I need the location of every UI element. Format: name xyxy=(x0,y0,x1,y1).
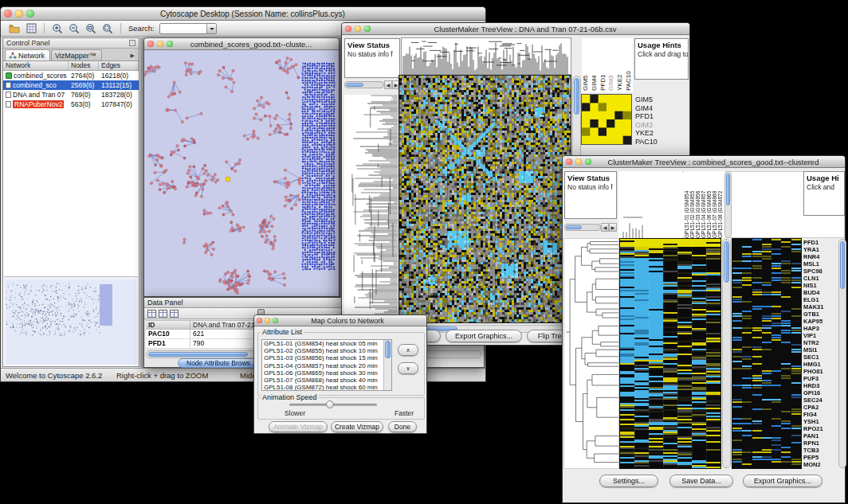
column-label-gpl51-08[interactable]: GPL51-08 (GSM872 xyxy=(717,171,723,238)
attribute-item-gpl51-04[interactable]: GPL51-04 (GSM857) heat shock 20 min xyxy=(262,362,391,369)
gene-label-yke2[interactable]: YKE2 xyxy=(635,129,671,138)
heatmap-vscrollbar[interactable] xyxy=(722,239,731,468)
gene-label-vip1[interactable]: VIP1 xyxy=(803,332,837,339)
gene-label-cpa2[interactable]: CPA2 xyxy=(803,404,837,411)
attribute-item-gpl51-03[interactable]: GPL51-03 (GSM856) heat shock 15 min xyxy=(262,354,391,361)
tab-more-arrow-icon[interactable]: ▶ xyxy=(131,53,139,61)
column-label-yke2[interactable]: YKE2 xyxy=(616,38,624,91)
column-label-gim3[interactable]: GIM3 xyxy=(607,38,615,91)
gene-label-gim3[interactable]: GIM3 xyxy=(635,121,671,130)
scrollbar-thumb[interactable] xyxy=(148,352,248,357)
gene-label-nis1[interactable]: NIS1 xyxy=(803,282,837,289)
scrollbar-track[interactable] xyxy=(564,224,601,231)
import-table-icon[interactable] xyxy=(24,21,38,35)
node-attribute-browser-tab[interactable]: Node Attribute Brows... xyxy=(178,358,265,368)
dialog-titlebar[interactable]: Map Colors to Network xyxy=(254,315,426,326)
gene-label-cln1[interactable]: CLN1 xyxy=(803,275,837,282)
scrollbar-track[interactable] xyxy=(344,81,384,88)
animate-vizmap-button[interactable]: Animate Vizmap xyxy=(269,421,328,432)
gene-label-pep5[interactable]: PEP5 xyxy=(803,454,837,461)
network-row-combined-scores[interactable]: combined_scores2764(0)16218(0) xyxy=(3,71,139,80)
gene-label-sec24[interactable]: SEC24 xyxy=(803,397,837,404)
zoom-fit-icon[interactable] xyxy=(84,21,98,35)
gene-label-rpo21[interactable]: RPO21 xyxy=(803,425,837,432)
gene-label-pac10[interactable]: PAC10 xyxy=(635,138,671,147)
main-titlebar[interactable]: Cytoscape Desktop (Session Name: collins… xyxy=(1,7,485,21)
gene-label-msl1[interactable]: MSL1 xyxy=(803,260,837,268)
gene-label-bud4[interactable]: BUD4 xyxy=(803,289,837,296)
column-label-pac10[interactable]: PAC10 xyxy=(625,38,633,91)
zoom-in-icon[interactable] xyxy=(50,21,65,35)
column-label-gpl51-04[interactable]: GPL51-04 (GSM857 xyxy=(701,171,706,238)
create-attribute-icon[interactable] xyxy=(159,310,167,318)
column-network[interactable]: Network xyxy=(3,61,69,70)
gene-label-hrd3[interactable]: HRD3 xyxy=(803,382,837,389)
scrollbar-thumb[interactable] xyxy=(385,341,391,358)
done-button[interactable]: Done xyxy=(388,421,417,432)
scroll-right-icon[interactable]: ▶ xyxy=(609,223,617,232)
gene-label-pfd1[interactable]: PFD1 xyxy=(635,112,671,121)
tv2-titlebar[interactable]: ClusterMaker TreeView : combined_scores_… xyxy=(563,156,845,168)
select-attributes-icon[interactable] xyxy=(147,310,156,318)
minimize-button[interactable] xyxy=(265,318,270,323)
scrollbar-thumb[interactable] xyxy=(726,174,730,205)
gene-label-pho81[interactable]: PHO81 xyxy=(803,368,837,375)
gene-list-scrollbar[interactable] xyxy=(838,239,846,468)
network-row-combined-sco[interactable]: combined_sco2569(6)13112(15) xyxy=(3,80,139,90)
column-label-gpl51-07[interactable]: GPL51-07 (GSM868 xyxy=(712,171,717,238)
attribute-item-gpl51-07[interactable]: GPL51-07 (GSM868) heat shock 40 min xyxy=(262,377,391,384)
scroll-left-icon[interactable]: ◀ xyxy=(601,223,609,232)
panel-float-icon[interactable] xyxy=(129,40,135,46)
gene-label-ysh1[interactable]: YSH1 xyxy=(803,418,837,425)
open-folder-icon[interactable] xyxy=(7,21,22,35)
minimize-button[interactable] xyxy=(355,25,361,32)
attribute-list[interactable]: GPL51-01 (GSM854) heat shock 05 minGPL51… xyxy=(261,339,392,391)
gene-label-gtb1[interactable]: GTB1 xyxy=(803,311,837,318)
gene-label-fig4[interactable]: FIG4 xyxy=(803,411,837,418)
network-view-titlebar[interactable]: combined_scores_good.txt--cluste... xyxy=(144,38,339,50)
column-dendrogram[interactable] xyxy=(402,38,571,74)
column-edges[interactable]: Edges xyxy=(99,61,139,70)
move-down-button[interactable]: ∨ xyxy=(398,362,418,374)
slider-thumb[interactable] xyxy=(326,400,334,408)
scrollbar-thumb[interactable] xyxy=(574,78,579,115)
gene-label-mak31[interactable]: MAK31 xyxy=(803,303,837,311)
tv1-titlebar[interactable]: ClusterMaker TreeView : DNA and Tran 07-… xyxy=(342,23,689,35)
minimize-button[interactable] xyxy=(575,158,582,165)
gene-label-pan1[interactable]: PAN1 xyxy=(803,432,837,440)
column-label-gim5[interactable]: GIM5 xyxy=(582,38,590,91)
gene-label-hmg1[interactable]: HMG1 xyxy=(803,361,837,368)
export-graphics-button[interactable]: Export Graphics... xyxy=(743,475,822,487)
column-dendrogram[interactable] xyxy=(618,171,682,238)
close-button[interactable] xyxy=(147,41,154,47)
attribute-item-gpl51-01[interactable]: GPL51-01 (GSM854) heat shock 05 min xyxy=(262,340,391,347)
attribute-item-gpl51-08[interactable]: GPL51-08 (GSM872) heat shock 60 min xyxy=(262,384,391,391)
network-overview[interactable] xyxy=(4,276,138,365)
close-button[interactable] xyxy=(345,25,351,32)
view-status-scrollbar[interactable]: ◀ ▶ xyxy=(344,80,400,89)
zoom-selected-icon[interactable] xyxy=(100,21,115,35)
column-label-gpl51-01[interactable]: GPL51-01 (GSM854 xyxy=(684,171,689,238)
gene-label-kap95[interactable]: KAP95 xyxy=(803,318,837,325)
attribute-batch-icon[interactable] xyxy=(170,310,179,318)
gene-label-yra1[interactable]: YRA1 xyxy=(803,246,837,253)
network-row-rnapubernov2[interactable]: RNAPuberNov2563(0)107847(0) xyxy=(3,100,139,109)
move-up-button[interactable]: ∧ xyxy=(398,344,418,356)
gene-label-gpi16[interactable]: GPI16 xyxy=(803,389,837,397)
scrollbar-thumb[interactable] xyxy=(724,241,729,283)
list-scrollbar[interactable] xyxy=(383,340,391,390)
close-button[interactable] xyxy=(4,10,12,18)
dropdown-arrow-icon[interactable] xyxy=(206,24,216,33)
heatmap[interactable] xyxy=(399,76,571,322)
animation-speed-slider[interactable] xyxy=(289,400,377,409)
attribute-item-gpl51-06[interactable]: GPL51-06 (GSM865) heat shock 30 min xyxy=(262,369,391,377)
gene-label-rpn1[interactable]: RPN1 xyxy=(803,440,837,447)
save-data-button[interactable]: Save Data... xyxy=(669,475,733,487)
zoom-out-icon[interactable] xyxy=(67,21,81,35)
scrollbar-thumb[interactable] xyxy=(840,241,845,289)
gene-label-gim4[interactable]: GIM4 xyxy=(635,104,671,113)
gene-label-spc98[interactable]: SPC98 xyxy=(803,268,837,275)
gene-label-sec1[interactable]: SEC1 xyxy=(803,354,837,361)
row-dendrogram[interactable] xyxy=(564,239,618,468)
tab-vizmapper[interactable]: VizMapper™ xyxy=(51,49,102,61)
